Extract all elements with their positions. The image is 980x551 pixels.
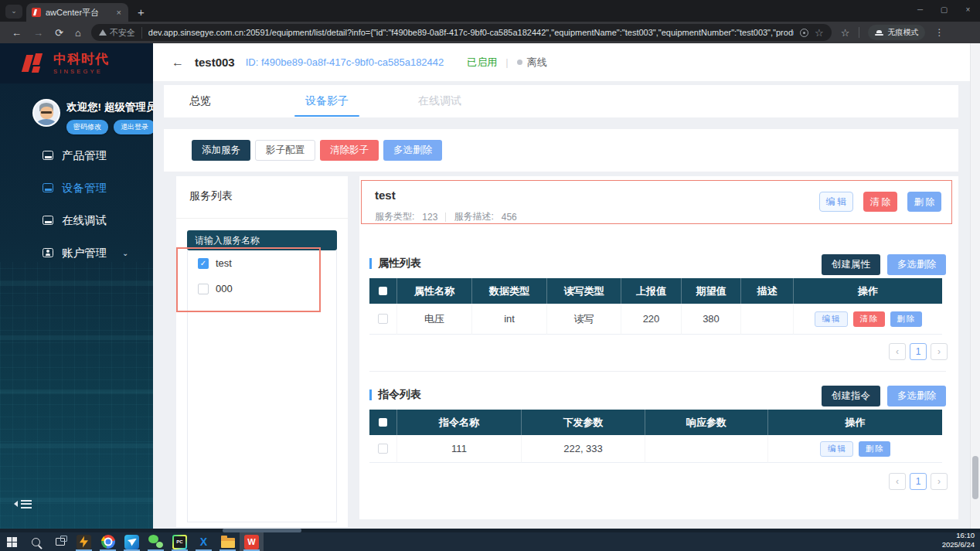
- column-header: 数据类型: [472, 278, 547, 304]
- address-bar[interactable]: 不安全 dev.app.sinsegye.com.cn:20591/equipm…: [91, 24, 832, 41]
- sidebar-collapse-button[interactable]: [14, 498, 32, 510]
- page-number-button[interactable]: 1: [910, 473, 927, 490]
- taskbar: PC X W 16:10 2025/6/24: [0, 529, 980, 551]
- security-badge[interactable]: 不安全: [99, 27, 142, 39]
- delete-button[interactable]: 删除: [859, 441, 890, 457]
- next-page-button[interactable]: ›: [931, 343, 948, 360]
- clock-time: 16:10: [942, 531, 975, 540]
- bookmark-star-icon[interactable]: ☆: [815, 27, 824, 39]
- commands-multi-delete-button[interactable]: 多选删除: [887, 386, 946, 406]
- cell-data-type: int: [472, 304, 547, 335]
- multi-delete-button[interactable]: 多选删除: [383, 140, 442, 161]
- edit-service-button[interactable]: 编辑: [819, 192, 853, 212]
- prev-page-button[interactable]: ‹: [889, 343, 906, 360]
- folder-icon: [221, 538, 235, 548]
- taskbar-app-mail[interactable]: [120, 532, 144, 551]
- clock-date: 2025/6/24: [942, 540, 975, 549]
- browser-menu-icon[interactable]: ⋮: [934, 27, 944, 38]
- device-name: test003: [195, 56, 235, 69]
- sidebar-item-product-management[interactable]: 产品管理: [0, 139, 153, 172]
- attributes-table: 属性名称 数据类型 读写类型 上报值 期望值 描述 操作 电压 int 读写 2…: [369, 278, 942, 335]
- extension-star-icon[interactable]: ☆: [841, 27, 850, 39]
- list-item-000[interactable]: 000: [188, 276, 336, 301]
- taskbar-clock: 16:10 2025/6/24: [942, 531, 975, 550]
- sidebar-item-online-debug[interactable]: 在线调试: [0, 204, 153, 236]
- table-header-row: 属性名称 数据类型 读写类型 上报值 期望值 描述 操作: [369, 278, 942, 304]
- browser-tab[interactable]: awCenter平台 ×: [26, 3, 128, 22]
- brand-logo-icon: [23, 53, 46, 73]
- welcome-text: 欢迎您! 超级管理员: [66, 100, 153, 114]
- minimize-button[interactable]: ─: [908, 0, 932, 22]
- taskbar-app-explorer[interactable]: [216, 532, 240, 551]
- clear-button[interactable]: 清除: [853, 311, 885, 327]
- select-all-checkbox[interactable]: [379, 287, 387, 295]
- taskbar-app-flashfxp[interactable]: [72, 532, 96, 551]
- close-button[interactable]: ×: [956, 0, 980, 22]
- service-search-input[interactable]: [195, 235, 329, 246]
- taskbar-app-wps[interactable]: W: [240, 532, 264, 551]
- forward-icon[interactable]: →: [33, 27, 43, 39]
- lightning-icon: [77, 535, 91, 549]
- delete-button[interactable]: 删除: [890, 311, 922, 327]
- column-header: 读写类型: [547, 278, 621, 304]
- service-list-panel: 服务列表 test 000: [176, 176, 348, 527]
- clear-shadow-button[interactable]: 清除影子: [320, 140, 379, 161]
- url-text[interactable]: dev.app.sinsegye.com.cn:20591/equipment/…: [148, 28, 794, 37]
- offline-dot-icon: [517, 60, 522, 65]
- screen: ⌄ awCenter平台 × + ─ ▢ × ← → ⟳ ⌂ 不安全 dev.a…: [0, 0, 980, 551]
- shadow-config-button[interactable]: 影子配置: [255, 140, 315, 161]
- tab-overview[interactable]: 总览: [189, 85, 211, 117]
- tab-search-chevron-icon[interactable]: ⌄: [5, 5, 22, 19]
- logout-button[interactable]: 退出登录: [114, 120, 153, 134]
- sidebar-item-device-management[interactable]: 设备管理: [0, 172, 153, 204]
- attributes-multi-delete-button[interactable]: 多选删除: [887, 254, 946, 275]
- divider: [369, 371, 946, 372]
- edit-button[interactable]: 编辑: [815, 311, 848, 327]
- next-page-button[interactable]: ›: [931, 473, 948, 490]
- back-icon[interactable]: ←: [12, 27, 22, 39]
- task-view-button[interactable]: [48, 532, 72, 551]
- page-back-button[interactable]: ←: [172, 56, 184, 70]
- change-password-button[interactable]: 密码修改: [66, 120, 108, 134]
- chevron-down-icon: ⌄: [122, 249, 128, 257]
- add-service-button[interactable]: 添加服务: [192, 140, 250, 161]
- reload-icon[interactable]: ⟳: [55, 27, 63, 39]
- avatar: [32, 99, 60, 127]
- prev-page-button[interactable]: ‹: [889, 473, 906, 490]
- checkbox-checked-icon[interactable]: [198, 258, 209, 269]
- taskbar-app-chrome[interactable]: [96, 532, 120, 551]
- sidebar-item-account-management[interactable]: 账户管理 ⌄: [0, 236, 153, 269]
- select-all-checkbox[interactable]: [379, 418, 387, 427]
- taskbar-app-pycharm[interactable]: PC: [168, 532, 192, 551]
- attributes-title: 属性列表: [378, 257, 421, 270]
- page-number-button[interactable]: 1: [910, 343, 927, 360]
- create-command-button[interactable]: 创建指令: [822, 386, 880, 406]
- tab-online-debug[interactable]: 在线调试: [418, 85, 461, 117]
- cell-rw-type: 读写: [547, 304, 621, 335]
- window-icon: [43, 216, 53, 225]
- checkbox-unchecked-icon[interactable]: [198, 284, 209, 294]
- password-key-icon[interactable]: [800, 29, 808, 37]
- create-attribute-button[interactable]: 创建属性: [822, 254, 880, 275]
- home-icon[interactable]: ⌂: [75, 27, 81, 39]
- vertical-scrollbar[interactable]: [970, 43, 980, 529]
- tab-close-icon[interactable]: ×: [115, 8, 123, 17]
- taskbar-search-button[interactable]: [24, 532, 48, 551]
- maximize-button[interactable]: ▢: [932, 0, 956, 22]
- scrollbar-thumb[interactable]: [972, 456, 978, 499]
- clear-service-button[interactable]: 清除: [863, 192, 897, 212]
- taskbar-app-wechat[interactable]: [144, 532, 168, 551]
- service-type-value: 123: [422, 212, 437, 223]
- row-checkbox[interactable]: [378, 314, 388, 324]
- start-button[interactable]: [0, 532, 24, 551]
- online-status: 离线: [527, 56, 547, 70]
- taskbar-app-x[interactable]: X: [192, 532, 216, 551]
- service-search-box[interactable]: [187, 230, 337, 250]
- tab-device-shadow[interactable]: 设备影子: [305, 85, 349, 117]
- service-meta: 服务类型: 123 服务描述: 456: [375, 210, 517, 223]
- list-item-test[interactable]: test: [188, 250, 336, 276]
- delete-service-button[interactable]: 删除: [907, 192, 941, 212]
- new-tab-button[interactable]: +: [138, 5, 145, 19]
- row-checkbox[interactable]: [378, 444, 388, 454]
- edit-button[interactable]: 编辑: [820, 441, 853, 457]
